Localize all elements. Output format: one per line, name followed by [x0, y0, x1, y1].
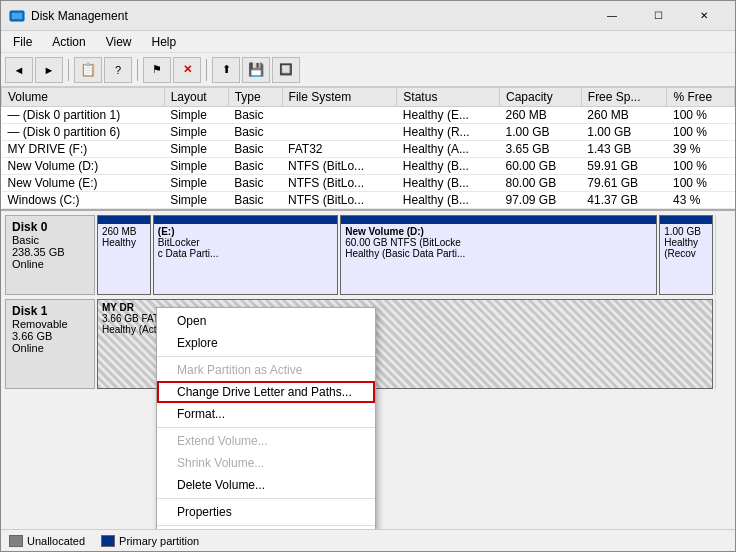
- cell-4-5: 80.00 GB: [500, 175, 582, 192]
- col-freespace[interactable]: Free Sp...: [581, 88, 667, 107]
- cell-3-0: New Volume (D:): [2, 158, 165, 175]
- ctx-item-11[interactable]: Properties: [157, 501, 375, 523]
- cell-2-1: Simple: [164, 141, 228, 158]
- scrollbar-2[interactable]: [715, 299, 731, 389]
- cell-0-5: 260 MB: [500, 107, 582, 124]
- title-bar-left: Disk Management: [9, 8, 128, 24]
- ctx-item-4[interactable]: Change Drive Letter and Paths...: [157, 381, 375, 403]
- col-layout[interactable]: Layout: [164, 88, 228, 107]
- disk-0-part-1[interactable]: 260 MB Healthy: [97, 215, 151, 295]
- legend-primary-label: Primary partition: [119, 535, 199, 547]
- disk-1-type: Removable: [12, 318, 88, 330]
- cell-2-0: MY DRIVE (F:): [2, 141, 165, 158]
- content-area: Volume Layout Type File System Status Ca…: [1, 87, 735, 529]
- cell-2-3: FAT32: [282, 141, 397, 158]
- cell-0-6: 260 MB: [581, 107, 667, 124]
- cell-1-4: Healthy (R...: [397, 124, 500, 141]
- menu-file[interactable]: File: [5, 33, 40, 51]
- cell-4-3: NTFS (BitLo...: [282, 175, 397, 192]
- toolbar-btn-7[interactable]: ⬆: [212, 57, 240, 83]
- ctx-item-7: Extend Volume...: [157, 430, 375, 452]
- col-status[interactable]: Status: [397, 88, 500, 107]
- cell-2-5: 3.65 GB: [500, 141, 582, 158]
- scrollbar[interactable]: [715, 215, 731, 295]
- col-volume[interactable]: Volume: [2, 88, 165, 107]
- ctx-item-0[interactable]: Open: [157, 310, 375, 332]
- legend-unallocated-box: [9, 535, 23, 547]
- disk-row-0: Disk 0 Basic 238.35 GB Online 260 MB Hea…: [5, 215, 731, 295]
- ctx-sep-6: [157, 427, 375, 428]
- cell-1-7: 100 %: [667, 124, 735, 141]
- cell-5-0: Windows (C:): [2, 192, 165, 209]
- toolbar-sep-3: [206, 59, 207, 81]
- disk-0-type: Basic: [12, 234, 88, 246]
- cell-4-4: Healthy (B...: [397, 175, 500, 192]
- table-row[interactable]: — (Disk 0 partition 1)SimpleBasicHealthy…: [2, 107, 735, 124]
- cell-1-3: [282, 124, 397, 141]
- cell-2-2: Basic: [228, 141, 282, 158]
- cell-0-3: [282, 107, 397, 124]
- minimize-button[interactable]: —: [589, 1, 635, 31]
- cell-3-3: NTFS (BitLo...: [282, 158, 397, 175]
- disk-table: Volume Layout Type File System Status Ca…: [1, 87, 735, 209]
- cell-4-6: 79.61 GB: [581, 175, 667, 192]
- cell-0-2: Basic: [228, 107, 282, 124]
- table-row[interactable]: New Volume (E:)SimpleBasicNTFS (BitLo...…: [2, 175, 735, 192]
- cell-3-4: Healthy (B...: [397, 158, 500, 175]
- col-capacity[interactable]: Capacity: [500, 88, 582, 107]
- table-row[interactable]: — (Disk 0 partition 6)SimpleBasicHealthy…: [2, 124, 735, 141]
- cell-3-1: Simple: [164, 158, 228, 175]
- window-title: Disk Management: [31, 9, 128, 23]
- disk-1-name: Disk 1: [12, 304, 88, 318]
- maximize-button[interactable]: ☐: [635, 1, 681, 31]
- col-type[interactable]: Type: [228, 88, 282, 107]
- ctx-item-9[interactable]: Delete Volume...: [157, 474, 375, 496]
- ctx-sep-12: [157, 525, 375, 526]
- toolbar-btn-8[interactable]: 💾: [242, 57, 270, 83]
- cell-0-1: Simple: [164, 107, 228, 124]
- table-row[interactable]: MY DRIVE (F:)SimpleBasicFAT32Healthy (A.…: [2, 141, 735, 158]
- toolbar-btn-3[interactable]: 📋: [74, 57, 102, 83]
- ctx-item-1[interactable]: Explore: [157, 332, 375, 354]
- table-row[interactable]: Windows (C:)SimpleBasicNTFS (BitLo...Hea…: [2, 192, 735, 209]
- close-button[interactable]: ✕: [681, 1, 727, 31]
- forward-button[interactable]: ►: [35, 57, 63, 83]
- cell-4-0: New Volume (E:): [2, 175, 165, 192]
- ctx-item-13[interactable]: Help: [157, 528, 375, 529]
- toolbar-btn-4[interactable]: ?: [104, 57, 132, 83]
- menu-view[interactable]: View: [98, 33, 140, 51]
- toolbar-btn-5[interactable]: ⚑: [143, 57, 171, 83]
- disk-0-name: Disk 0: [12, 220, 88, 234]
- col-filesystem[interactable]: File System: [282, 88, 397, 107]
- cell-4-2: Basic: [228, 175, 282, 192]
- col-percent[interactable]: % Free: [667, 88, 735, 107]
- disk-1-status: Online: [12, 342, 88, 354]
- menu-help[interactable]: Help: [144, 33, 185, 51]
- cell-3-2: Basic: [228, 158, 282, 175]
- toolbar-btn-6[interactable]: ✕: [173, 57, 201, 83]
- cell-5-4: Healthy (B...: [397, 192, 500, 209]
- table-row[interactable]: New Volume (D:)SimpleBasicNTFS (BitLo...…: [2, 158, 735, 175]
- status-bar: Unallocated Primary partition: [1, 529, 735, 551]
- disk-1-size: 3.66 GB: [12, 330, 88, 342]
- disk-0-part-4[interactable]: 1.00 GB Healthy (Recov: [659, 215, 713, 295]
- cell-0-4: Healthy (E...: [397, 107, 500, 124]
- ctx-item-5[interactable]: Format...: [157, 403, 375, 425]
- cell-5-6: 41.37 GB: [581, 192, 667, 209]
- cell-2-7: 39 %: [667, 141, 735, 158]
- cell-2-6: 1.43 GB: [581, 141, 667, 158]
- cell-1-6: 1.00 GB: [581, 124, 667, 141]
- menu-action[interactable]: Action: [44, 33, 93, 51]
- cell-0-0: — (Disk 0 partition 1): [2, 107, 165, 124]
- ctx-item-8: Shrink Volume...: [157, 452, 375, 474]
- toolbar-btn-9[interactable]: 🔲: [272, 57, 300, 83]
- legend-unallocated: Unallocated: [9, 535, 85, 547]
- title-bar: Disk Management — ☐ ✕: [1, 1, 735, 31]
- disk-0-part-3[interactable]: New Volume (D:) 60.00 GB NTFS (BitLocke …: [340, 215, 657, 295]
- cell-1-2: Basic: [228, 124, 282, 141]
- back-button[interactable]: ◄: [5, 57, 33, 83]
- disk-0-part-2[interactable]: (E:) BitLocker c Data Parti...: [153, 215, 338, 295]
- disk-table-container: Volume Layout Type File System Status Ca…: [1, 87, 735, 211]
- ctx-sep-10: [157, 498, 375, 499]
- cell-2-4: Healthy (A...: [397, 141, 500, 158]
